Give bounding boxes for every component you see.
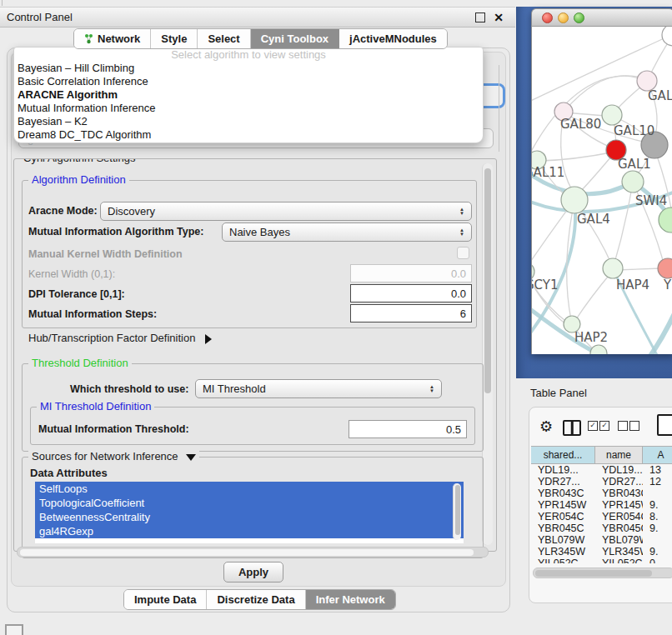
aracne-mode-combo[interactable]: Discovery ▲▼: [100, 202, 472, 221]
node-swi4[interactable]: [622, 171, 644, 192]
close-icon[interactable]: ✕: [494, 11, 504, 24]
dock-panel-icon[interactable]: [5, 624, 23, 635]
attribute-item[interactable]: gal4RGexp: [35, 524, 464, 538]
network-edge[interactable]: [540, 152, 615, 161]
table-cell: YDL19...: [531, 464, 595, 476]
attribute-item[interactable]: TopologicalCoefficient: [35, 496, 464, 510]
algorithm-option[interactable]: ARACNE Algorithm: [14, 88, 483, 102]
dpi-tolerance-label: DPI Tolerance [0,1]:: [28, 288, 125, 300]
manual-kernel-checkbox[interactable]: [457, 247, 469, 259]
column-header[interactable]: shared...: [531, 447, 595, 463]
table-row[interactable]: YDL19...YDL19...13: [531, 464, 672, 476]
apply-button[interactable]: Apply: [223, 562, 283, 582]
gear-icon[interactable]: ⚙: [539, 418, 553, 436]
which-threshold-label: Which threshold to use:: [70, 383, 188, 395]
network-edge[interactable]: [614, 187, 632, 266]
table-cell: [643, 534, 672, 546]
table-row[interactable]: YDR27...YDR27...12: [531, 476, 672, 488]
network-window-titlebar[interactable]: [531, 8, 672, 27]
table-hscrollbar[interactable]: [533, 568, 672, 578]
table-cell: 9.: [643, 522, 672, 534]
table-cell: YDR27...: [595, 476, 643, 488]
node-label: GAL1: [618, 157, 651, 172]
attribute-item[interactable]: SelfLoops: [35, 482, 464, 496]
dpi-tolerance-field[interactable]: 0.0: [350, 284, 472, 302]
mi-threshold-field[interactable]: 0.5: [349, 420, 467, 438]
table-cell: YIL052C: [595, 558, 643, 563]
node-label: GCY1: [532, 278, 559, 292]
node-label: GAL10: [614, 123, 654, 138]
mi-type-combo[interactable]: Naive Bayes ▲▼: [222, 222, 472, 242]
unchecked-box-icon[interactable]: [629, 421, 639, 431]
sources-title-row[interactable]: Sources for Network Inference: [28, 450, 199, 462]
table-row[interactable]: YBL079WYBL079W: [531, 534, 672, 546]
table-row[interactable]: YPR145WYPR145W9.: [531, 499, 672, 511]
manual-kernel-label: Manual Kernel Width Definition: [28, 248, 183, 260]
tab-network[interactable]: Network: [74, 29, 151, 48]
tab-jactivemnodules[interactable]: jActiveMNodules: [339, 29, 447, 48]
float-icon[interactable]: [475, 12, 485, 22]
tab-infer-network[interactable]: Infer Network: [306, 590, 395, 609]
table-cell: YBR043C: [595, 488, 643, 499]
table-row[interactable]: YBR045CYBR045C9.: [531, 522, 672, 534]
column-header[interactable]: A: [643, 447, 672, 463]
algorithm-option[interactable]: Dream8 DC_TDC Algorithm: [14, 128, 483, 142]
node-top-partial[interactable]: [662, 27, 672, 46]
node-gal10[interactable]: [602, 105, 622, 125]
collapse-down-icon: [186, 454, 196, 461]
tab-cyni-toolbox[interactable]: Cyni Toolbox: [251, 29, 339, 48]
table-cell: YBL079W: [595, 534, 643, 546]
table-header-row: shared...nameA: [531, 446, 672, 464]
hub-definition-toggle[interactable]: Hub/Transcription Factor Definition: [28, 332, 212, 344]
node-gal4[interactable]: [561, 187, 588, 213]
table-panel-body: ⚙ ✓ ✓ shared...nameA YDL19...YDL19...13Y…: [529, 407, 672, 603]
network-edge[interactable]: [576, 272, 612, 319]
network-canvas[interactable]: GALGAL80GAL10GAL1GAL11SWI4GAL4GCY1HAP4YH…: [531, 27, 672, 354]
table-row[interactable]: YLR345WYLR345W9.: [531, 546, 672, 558]
tab-select[interactable]: Select: [198, 29, 250, 48]
close-traffic-light[interactable]: [542, 12, 553, 23]
table-row[interactable]: YBR043CYBR043C: [531, 488, 672, 499]
checked-box-icon[interactable]: ✓: [588, 421, 598, 431]
node-bottom-partial[interactable]: [590, 345, 607, 354]
which-threshold-value: MI Threshold: [203, 382, 429, 395]
which-threshold-combo[interactable]: MI Threshold ▲▼: [195, 379, 442, 398]
algorithm-option[interactable]: Mutual Information Inference: [14, 102, 483, 115]
minimize-traffic-light[interactable]: [558, 12, 569, 23]
algorithm-option[interactable]: Bayesian – Hill Climbing: [14, 62, 483, 75]
mi-steps-field[interactable]: 6: [350, 304, 472, 322]
network-graph: GALGAL80GAL10GAL1GAL11SWI4GAL4GCY1HAP4YH…: [532, 27, 672, 354]
settings-hscrollbar[interactable]: [17, 547, 489, 558]
bottom-tabbar: Impute DataDiscretize DataInfer Network: [123, 589, 396, 610]
tab-discretize-data[interactable]: Discretize Data: [207, 590, 305, 609]
table-cell: YIL052C: [531, 558, 595, 563]
tab-style[interactable]: Style: [151, 29, 198, 48]
attribute-item[interactable]: BetweennessCentrality: [35, 510, 464, 524]
tab-impute-data[interactable]: Impute Data: [124, 590, 207, 609]
table-row[interactable]: YER054CYER054C8.: [531, 511, 672, 522]
table-cell: 9.: [643, 546, 672, 558]
new-table-icon[interactable]: [657, 414, 672, 436]
table-cell: 0.: [643, 558, 672, 563]
attributes-scrollbar[interactable]: [453, 483, 461, 540]
stepper-icon: ▲▼: [459, 208, 464, 216]
algorithm-dropdown-popup: Select algorithm to view settings Bayesi…: [13, 47, 484, 143]
algorithm-option[interactable]: Basic Correlation Inference: [14, 75, 483, 88]
node-label: GAL80: [560, 117, 601, 132]
column-header[interactable]: name: [595, 447, 643, 463]
columns-icon[interactable]: [563, 420, 581, 436]
checked-box-icon[interactable]: ✓: [599, 421, 609, 431]
node-hap4[interactable]: [603, 258, 623, 278]
group-border-fragment: [499, 65, 499, 152]
node-label: GAL4: [577, 212, 610, 227]
node-label: Y: [663, 278, 672, 292]
network-edge[interactable]: [532, 203, 572, 267]
node-salmon[interactable]: [658, 258, 672, 278]
data-attributes-list[interactable]: SelfLoopsTopologicalCoefficientBetweenne…: [35, 482, 464, 543]
algorithm-option[interactable]: Bayesian – K2: [14, 115, 483, 128]
table-row[interactable]: YIL052CYIL052C0.: [531, 558, 672, 563]
algorithm-definition-title: Algorithm Definition: [28, 173, 129, 186]
zoom-traffic-light[interactable]: [574, 12, 584, 23]
node-green-right[interactable]: [659, 208, 672, 232]
unchecked-box-icon[interactable]: [618, 421, 628, 431]
